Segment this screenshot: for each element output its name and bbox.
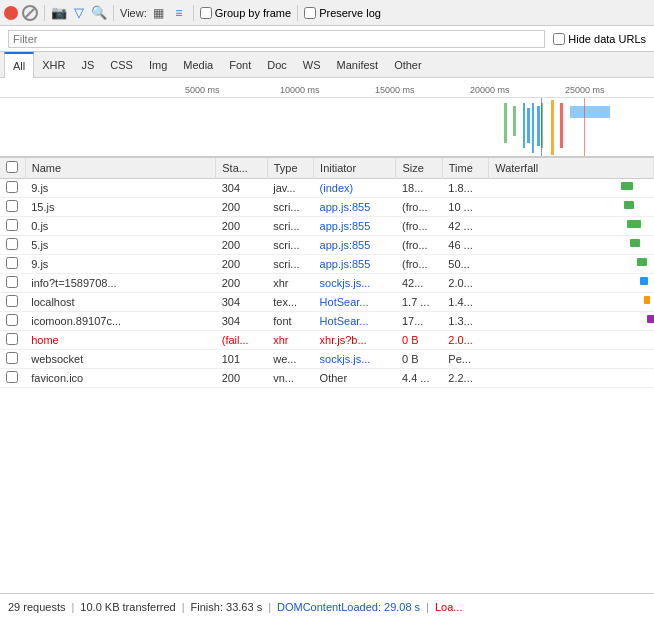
- row-initiator-6[interactable]: HotSear...: [314, 293, 396, 312]
- camera-icon[interactable]: 📷: [51, 5, 67, 21]
- row-checkbox-3[interactable]: [6, 238, 18, 250]
- row-checkbox-8[interactable]: [6, 333, 18, 345]
- tab-xhr[interactable]: XHR: [34, 52, 73, 78]
- table-row[interactable]: localhost304tex...HotSear...1.7 ...1.4..…: [0, 293, 654, 312]
- row-type-6: tex...: [267, 293, 313, 312]
- clear-button[interactable]: [22, 5, 38, 21]
- filter-icon[interactable]: ▽: [71, 5, 87, 21]
- status-header[interactable]: Sta...: [216, 158, 267, 179]
- row-status-6: 304: [216, 293, 267, 312]
- name-header[interactable]: Name: [25, 158, 216, 179]
- row-time-2: 42 ...: [442, 217, 488, 236]
- row-initiator-3[interactable]: app.js:855: [314, 236, 396, 255]
- table-row[interactable]: 9.js304jav...(index)18...1.8...: [0, 179, 654, 198]
- row-waterfall-8: [489, 331, 654, 350]
- row-checkbox-5[interactable]: [6, 276, 18, 288]
- separator-1: [44, 5, 45, 21]
- separator-4: [297, 5, 298, 21]
- row-checkbox-2[interactable]: [6, 219, 18, 231]
- filter-bar: Hide data URLs: [0, 26, 654, 52]
- group-by-frame-label[interactable]: Group by frame: [200, 7, 291, 19]
- tab-doc[interactable]: Doc: [259, 52, 295, 78]
- row-time-10: 2.2...: [442, 369, 488, 388]
- tab-all[interactable]: All: [4, 52, 34, 78]
- initiator-header[interactable]: Initiator: [314, 158, 396, 179]
- row-status-1: 200: [216, 198, 267, 217]
- tab-font[interactable]: Font: [221, 52, 259, 78]
- size-header[interactable]: Size: [396, 158, 442, 179]
- waterfall-header[interactable]: Waterfall: [489, 158, 654, 179]
- tab-img[interactable]: Img: [141, 52, 175, 78]
- row-time-7: 1.3...: [442, 312, 488, 331]
- table-row[interactable]: favicon.ico200vn...Other4.4 ...2.2...: [0, 369, 654, 388]
- table-row[interactable]: 9.js200scri...app.js:855(fro...50...: [0, 255, 654, 274]
- row-name-9: websocket: [25, 350, 216, 369]
- row-status-7: 304: [216, 312, 267, 331]
- row-initiator-4[interactable]: app.js:855: [314, 255, 396, 274]
- row-checkbox-10[interactable]: [6, 371, 18, 383]
- row-size-3: (fro...: [396, 236, 442, 255]
- row-checkbox-9[interactable]: [6, 352, 18, 364]
- grid-view-icon[interactable]: ▦: [151, 5, 167, 21]
- filter-input[interactable]: [8, 30, 545, 48]
- row-checkbox-1[interactable]: [6, 200, 18, 212]
- network-table: Name Sta... Type Initiator Size Time Wat…: [0, 158, 654, 593]
- list-view-icon[interactable]: ≡: [171, 5, 187, 21]
- row-name-1: 15.js: [25, 198, 216, 217]
- time-header[interactable]: Time: [442, 158, 488, 179]
- row-checkbox-7[interactable]: [6, 314, 18, 326]
- row-initiator-2[interactable]: app.js:855: [314, 217, 396, 236]
- type-header[interactable]: Type: [267, 158, 313, 179]
- table-row[interactable]: 15.js200scri...app.js:855(fro...10 ...: [0, 198, 654, 217]
- row-time-0: 1.8...: [442, 179, 488, 198]
- search-icon[interactable]: 🔍: [91, 5, 107, 21]
- row-status-4: 200: [216, 255, 267, 274]
- select-all-checkbox[interactable]: [6, 161, 18, 173]
- hide-data-urls-group[interactable]: Hide data URLs: [553, 33, 646, 45]
- row-waterfall-7: [489, 312, 654, 331]
- row-initiator-9[interactable]: sockjs.js...: [314, 350, 396, 369]
- group-by-frame-checkbox[interactable]: [200, 7, 212, 19]
- table-row[interactable]: info?t=1589708...200xhrsockjs.js...42...…: [0, 274, 654, 293]
- row-initiator-5[interactable]: sockjs.js...: [314, 274, 396, 293]
- tab-js[interactable]: JS: [73, 52, 102, 78]
- row-status-0: 304: [216, 179, 267, 198]
- tab-ws[interactable]: WS: [295, 52, 329, 78]
- table-row[interactable]: websocket101we...sockjs.js...0 BPe...: [0, 350, 654, 369]
- row-initiator-8[interactable]: xhr.js?b...: [314, 331, 396, 350]
- row-size-7: 17...: [396, 312, 442, 331]
- table-row[interactable]: icomoon.89107c...304fontHotSear...17...1…: [0, 312, 654, 331]
- row-checkbox-0[interactable]: [6, 181, 18, 193]
- record-button[interactable]: [4, 6, 18, 20]
- hide-data-urls-checkbox[interactable]: [553, 33, 565, 45]
- row-waterfall-6: [489, 293, 654, 312]
- table-row[interactable]: 5.js200scri...app.js:855(fro...46 ...: [0, 236, 654, 255]
- timeline-chart[interactable]: [0, 98, 654, 158]
- row-name-0: 9.js: [25, 179, 216, 198]
- row-waterfall-3: [489, 236, 654, 255]
- timeline-tick-2: 15000 ms: [375, 85, 415, 95]
- row-initiator-7[interactable]: HotSear...: [314, 312, 396, 331]
- preserve-log-checkbox[interactable]: [304, 7, 316, 19]
- row-type-5: xhr: [267, 274, 313, 293]
- row-initiator-0[interactable]: (index): [314, 179, 396, 198]
- tab-media[interactable]: Media: [175, 52, 221, 78]
- row-checkbox-6[interactable]: [6, 295, 18, 307]
- row-initiator-1[interactable]: app.js:855: [314, 198, 396, 217]
- row-type-7: font: [267, 312, 313, 331]
- select-all-header[interactable]: [0, 158, 25, 179]
- row-waterfall-10: [489, 369, 654, 388]
- table-row[interactable]: 0.js200scri...app.js:855(fro...42 ...: [0, 217, 654, 236]
- tab-css[interactable]: CSS: [102, 52, 141, 78]
- table-row[interactable]: home(fail...xhrxhr.js?b...0 B2.0...: [0, 331, 654, 350]
- tab-other[interactable]: Other: [386, 52, 430, 78]
- row-time-9: Pe...: [442, 350, 488, 369]
- tab-manifest[interactable]: Manifest: [329, 52, 387, 78]
- group-by-frame-text: Group by frame: [215, 7, 291, 19]
- row-type-3: scri...: [267, 236, 313, 255]
- row-type-4: scri...: [267, 255, 313, 274]
- preserve-log-label[interactable]: Preserve log: [304, 7, 381, 19]
- row-checkbox-4[interactable]: [6, 257, 18, 269]
- row-size-0: 18...: [396, 179, 442, 198]
- row-name-6: localhost: [25, 293, 216, 312]
